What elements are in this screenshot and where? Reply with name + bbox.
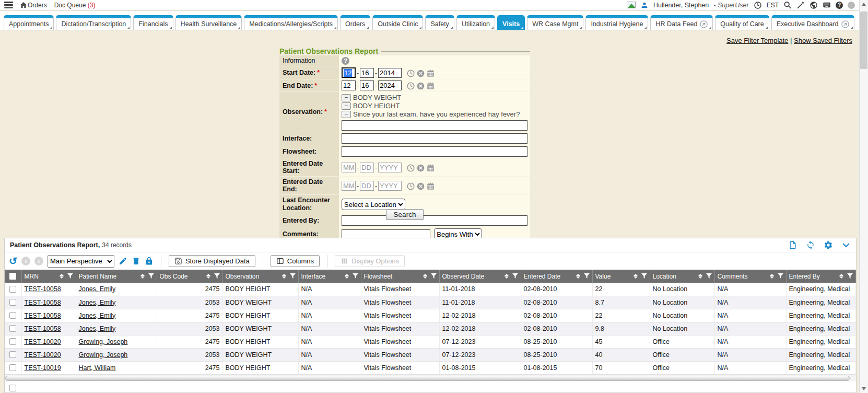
wand-icon[interactable] — [796, 1, 805, 9]
row-checkbox[interactable] — [9, 364, 16, 371]
tab-health-surveillance[interactable]: Health Surveillance — [175, 15, 242, 30]
filter-funnel-icon[interactable] — [431, 273, 437, 279]
scrollbar-thumb[interactable] — [860, 11, 867, 69]
collapse-chevron-icon[interactable] — [841, 240, 851, 250]
filter-funnel-icon[interactable] — [148, 273, 154, 279]
sort-icon[interactable] — [634, 274, 638, 279]
start-date-month-input[interactable]: 12 — [342, 67, 356, 78]
patient-name-link[interactable]: Jones, Emily — [79, 299, 116, 306]
lock-perspective-icon[interactable] — [145, 257, 154, 265]
patient-name-link[interactable]: Growing, Joseph — [79, 338, 128, 345]
filter-funnel-icon[interactable] — [67, 273, 73, 279]
globe-icon[interactable] — [810, 1, 818, 9]
settings-gear-icon[interactable] — [824, 240, 833, 250]
last-encounter-location-select[interactable]: Select a Location — [342, 199, 405, 210]
filter-funnel-icon[interactable] — [512, 273, 518, 279]
clear-date-icon[interactable] — [417, 182, 425, 190]
filter-funnel-icon[interactable] — [584, 273, 590, 279]
filter-funnel-icon[interactable] — [353, 273, 358, 279]
tab-financials[interactable]: Financials — [133, 15, 173, 30]
tab-executive-dashboard[interactable]: Executive Dashboard — [771, 15, 854, 30]
patient-name-link[interactable]: Growing, Joseph — [79, 351, 128, 359]
remove-observation-button[interactable]: − — [342, 102, 351, 110]
sort-icon[interactable] — [839, 274, 843, 279]
filter-funnel-icon[interactable] — [706, 273, 712, 279]
clear-date-icon[interactable] — [417, 82, 425, 90]
next-perspective-icon[interactable]: › — [34, 257, 43, 265]
search-button[interactable]: Search — [386, 209, 424, 220]
filter-funnel-icon[interactable] — [847, 273, 853, 279]
end-date-day-input[interactable] — [360, 80, 374, 90]
tab-visits[interactable]: Visits — [497, 15, 525, 30]
tab-dictation-transcription[interactable]: Dictation/Transcription — [56, 15, 131, 30]
help-icon[interactable]: ? — [836, 2, 843, 9]
observation-search-input[interactable] — [342, 120, 527, 131]
start-date-day-input[interactable] — [360, 68, 374, 78]
sort-icon[interactable] — [206, 274, 210, 279]
entered-date-start-month-input[interactable] — [342, 163, 356, 172]
sort-icon[interactable] — [770, 274, 774, 279]
sort-icon[interactable] — [282, 274, 286, 279]
filter-funnel-icon[interactable] — [290, 273, 296, 279]
clear-date-icon[interactable] — [417, 70, 425, 77]
calendar-icon[interactable] — [427, 164, 435, 172]
scroll-down-arrow-icon[interactable] — [862, 387, 866, 390]
entered-date-start-year-input[interactable] — [378, 163, 402, 172]
filter-funnel-icon[interactable] — [214, 273, 220, 279]
mrn-link[interactable]: TEST-10058 — [25, 299, 61, 306]
sort-icon[interactable] — [505, 274, 509, 279]
scroll-up-arrow-icon[interactable] — [862, 3, 866, 6]
tab-industrial-hygiene[interactable]: Industrial Hygiene — [585, 15, 648, 30]
scrollbar-thumb[interactable] — [5, 376, 850, 381]
tab-orders[interactable]: Orders — [340, 15, 370, 30]
time-picker-icon[interactable] — [407, 82, 415, 90]
mrn-link[interactable]: TEST-10058 — [25, 312, 61, 319]
time-picker-icon[interactable] — [407, 70, 415, 77]
tab-outside-clinic[interactable]: Outside Clinic — [372, 15, 423, 30]
sort-icon[interactable] — [576, 274, 580, 279]
sort-icon[interactable] — [60, 274, 64, 279]
menu-icon[interactable] — [4, 2, 13, 8]
patient-name-link[interactable]: Jones, Emily — [79, 325, 116, 332]
screenshot-icon[interactable] — [627, 2, 636, 8]
clear-date-icon[interactable] — [417, 164, 425, 172]
mrn-link[interactable]: TEST-10058 — [25, 325, 61, 332]
topnav-doc-queue[interactable]: Doc Queue (3) — [54, 2, 96, 9]
tab-medications-allergies-scripts[interactable]: Medications/Allergies/Scripts — [244, 15, 338, 30]
grid-horizontal-scrollbar[interactable] — [5, 375, 856, 382]
information-help-icon[interactable]: ? — [342, 57, 349, 65]
refresh-icon[interactable] — [806, 240, 815, 250]
reset-perspective-icon[interactable]: ↺ — [9, 256, 17, 266]
entered-date-end-month-input[interactable] — [342, 181, 356, 191]
calendar-icon[interactable] — [427, 70, 435, 77]
export-document-icon[interactable] — [788, 240, 797, 250]
row-checkbox[interactable] — [9, 325, 16, 332]
calendar-icon[interactable] — [427, 82, 435, 90]
row-checkbox[interactable] — [9, 351, 16, 358]
time-picker-icon[interactable] — [407, 164, 415, 172]
tab-appointments[interactable]: Appointments — [4, 15, 54, 30]
entered-date-start-day-input[interactable] — [360, 163, 374, 172]
sort-icon[interactable] — [698, 274, 702, 279]
delete-perspective-icon[interactable] — [132, 257, 140, 265]
entered-date-end-year-input[interactable] — [378, 181, 402, 191]
row-checkbox[interactable] — [9, 338, 16, 345]
row-checkbox[interactable] — [9, 286, 16, 293]
interface-input[interactable] — [342, 133, 527, 144]
remove-observation-button[interactable]: − — [342, 111, 351, 118]
row-checkbox[interactable] — [9, 299, 16, 306]
page-vertical-scrollbar[interactable] — [859, 0, 868, 393]
search-icon[interactable] — [783, 1, 792, 9]
columns-button[interactable]: Columns — [271, 255, 320, 267]
calendar-icon[interactable] — [427, 182, 435, 190]
keyboard-icon[interactable] — [823, 1, 831, 9]
end-date-year-input[interactable] — [378, 80, 402, 90]
flowsheet-input[interactable] — [342, 146, 527, 157]
entered-date-end-day-input[interactable] — [360, 181, 374, 191]
tab-utilization[interactable]: Utilization — [456, 15, 495, 30]
tab-quality-of-care[interactable]: Quality of Care — [715, 15, 769, 30]
store-displayed-data-button[interactable]: Store Displayed Data — [169, 255, 255, 267]
mrn-link[interactable]: TEST-10058 — [25, 285, 61, 293]
previous-perspective-icon[interactable]: ‹ — [21, 257, 30, 265]
start-date-year-input[interactable] — [378, 68, 402, 78]
